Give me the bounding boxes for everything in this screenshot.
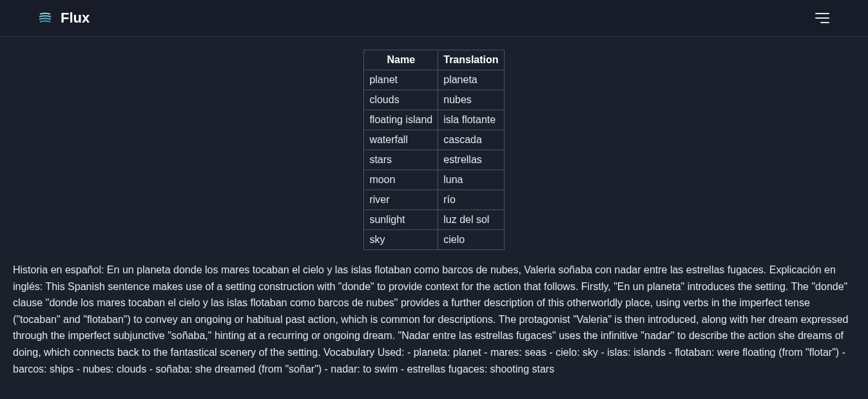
table-wrapper: Name Translation planetplanetacloudsnube… — [13, 50, 855, 250]
vocabulary-table: Name Translation planetplanetacloudsnube… — [363, 50, 504, 250]
table-header-translation: Translation — [438, 50, 504, 70]
table-cell-translation: luna — [438, 170, 504, 190]
table-cell-translation: cielo — [438, 230, 504, 250]
main-content: Name Translation planetplanetacloudsnube… — [0, 37, 868, 390]
table-cell-name: moon — [364, 170, 438, 190]
hamburger-line-icon — [820, 22, 829, 23]
app-title: Flux — [61, 10, 90, 26]
flux-logo-icon — [36, 9, 54, 27]
table-cell-name: waterfall — [364, 130, 438, 150]
table-row: sunlightluz del sol — [364, 210, 504, 230]
table-row: waterfallcascada — [364, 130, 504, 150]
table-row: cloudsnubes — [364, 90, 504, 110]
table-header-name: Name — [364, 50, 438, 70]
table-header-row: Name Translation — [364, 50, 504, 70]
table-cell-translation: nubes — [438, 90, 504, 110]
table-cell-name: floating island — [364, 110, 438, 130]
table-cell-name: river — [364, 190, 438, 210]
table-cell-name: planet — [364, 70, 438, 90]
table-cell-translation: isla flotante — [438, 110, 504, 130]
menu-button[interactable] — [813, 10, 832, 26]
table-row: skycielo — [364, 230, 504, 250]
table-row: floating islandisla flotante — [364, 110, 504, 130]
header-left: Flux — [36, 9, 90, 27]
table-cell-translation: luz del sol — [438, 210, 504, 230]
table-row: moonluna — [364, 170, 504, 190]
table-cell-name: sky — [364, 230, 438, 250]
table-cell-translation: cascada — [438, 130, 504, 150]
table-cell-translation: planeta — [438, 70, 504, 90]
table-cell-name: stars — [364, 150, 438, 170]
hamburger-line-icon — [815, 17, 829, 19]
table-cell-translation: río — [438, 190, 504, 210]
hamburger-line-icon — [815, 13, 829, 14]
explanation-paragraph: Historia en español: En un planeta donde… — [13, 262, 855, 377]
table-row: planetplaneta — [364, 70, 504, 90]
table-row: starsestrellas — [364, 150, 504, 170]
table-cell-translation: estrellas — [438, 150, 504, 170]
header: Flux — [0, 0, 868, 37]
table-cell-name: sunlight — [364, 210, 438, 230]
table-row: riverrío — [364, 190, 504, 210]
table-cell-name: clouds — [364, 90, 438, 110]
